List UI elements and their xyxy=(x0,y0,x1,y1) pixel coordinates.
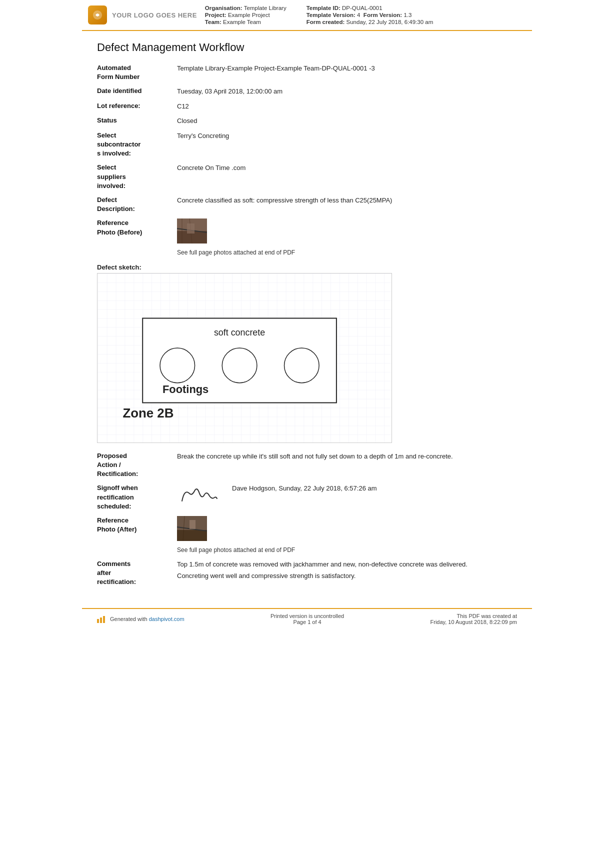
footer-right: This PDF was created at Friday, 10 Augus… xyxy=(430,613,517,625)
svg-point-11 xyxy=(284,348,320,383)
field-label: Proposed Action / Rectification: xyxy=(97,449,177,482)
footer-link[interactable]: dashpivot.com xyxy=(149,616,184,622)
svg-rect-19 xyxy=(97,619,99,623)
svg-text:soft concrete: soft concrete xyxy=(214,328,265,338)
field-value: Closed xyxy=(177,114,517,128)
field-label: Signoff when rectification scheduled: xyxy=(97,481,177,514)
photo-before-image xyxy=(177,218,207,244)
footer-center: Printed version is uncontrolled Page 1 o… xyxy=(270,613,344,625)
header-meta-left: Organisation: Template Library Project: … xyxy=(205,5,286,25)
table-row: Select subcontractor s involved: Terry's… xyxy=(97,128,517,161)
table-row: Reference Photo (After) xyxy=(97,514,517,557)
form-fields-table-2: Proposed Action / Rectification: Break t… xyxy=(97,449,517,589)
svg-text:Zone 2B: Zone 2B xyxy=(122,406,174,420)
logo-text: YOUR LOGO GOES HERE xyxy=(112,12,197,19)
page-content: Defect Management Workflow Automated For… xyxy=(82,31,532,603)
table-row: Proposed Action / Rectification: Break t… xyxy=(97,449,517,482)
footer-right-line1: This PDF was created at xyxy=(430,613,517,619)
org-line: Organisation: Template Library xyxy=(205,5,286,11)
field-label: Select subcontractor s involved: xyxy=(97,128,177,161)
svg-text:Footings: Footings xyxy=(162,382,208,395)
field-label: Select suppliers involved: xyxy=(97,160,177,193)
field-label: Reference Photo (Before) xyxy=(97,216,177,260)
svg-point-10 xyxy=(222,348,257,383)
footer-generated-text: Generated with dashpivot.com xyxy=(110,616,184,622)
page-header: YOUR LOGO GOES HERE Organisation: Templa… xyxy=(82,0,532,31)
sketch-container: soft concrete Footings Zone 2B xyxy=(97,273,392,443)
field-value: Tuesday, 03 April 2018, 12:00:00 am xyxy=(177,84,517,99)
template-version-line: Template Version: 4 Form Version: 1.3 xyxy=(306,12,434,18)
comments-cell: Top 1.5m of concrete was removed with ja… xyxy=(177,557,517,590)
photo-after-thumbnail xyxy=(177,516,207,541)
logo-area: YOUR LOGO GOES HERE xyxy=(88,5,197,25)
page-title: Defect Management Workflow xyxy=(97,41,517,54)
page-footer: Generated with dashpivot.com Printed ver… xyxy=(82,608,532,629)
comments-line-2: Concreting went well and compressive str… xyxy=(177,571,513,581)
footer-left: Generated with dashpivot.com xyxy=(97,615,184,623)
svg-rect-20 xyxy=(100,618,102,623)
svg-point-9 xyxy=(160,348,195,383)
signoff-person: Dave Hodgson, Sunday, 22 July 2018, 6:57… xyxy=(232,484,377,494)
svg-rect-21 xyxy=(103,616,105,623)
field-value: Template Library-Example Project-Example… xyxy=(177,61,517,84)
sketch-label: Defect sketch: xyxy=(97,264,517,271)
header-meta-right: Template ID: DP-QUAL-0001 Template Versi… xyxy=(306,5,434,25)
table-row: Reference Photo (Before) xyxy=(97,216,517,260)
table-row: Defect Description: Concrete classified … xyxy=(97,193,517,216)
field-value: Concrete On Time .com xyxy=(177,160,517,193)
photo-after-caption: See full page photos attached at end of … xyxy=(177,546,513,554)
field-label: Lot reference: xyxy=(97,99,177,114)
field-value: C12 xyxy=(177,99,517,114)
field-label: Automated Form Number xyxy=(97,61,177,84)
project-line: Project: Example Project xyxy=(205,12,286,18)
team-line: Team: Example Team xyxy=(205,19,286,25)
table-row: Status Closed xyxy=(97,114,517,128)
table-row: Select suppliers involved: Concrete On T… xyxy=(97,160,517,193)
form-fields-table: Automated Form Number Template Library-E… xyxy=(97,61,517,260)
field-label: Comments after rectification: xyxy=(97,557,177,590)
photo-before-thumbnail xyxy=(177,218,207,244)
signoff-cell: Dave Hodgson, Sunday, 22 July 2018, 6:57… xyxy=(177,481,517,514)
svg-rect-18 xyxy=(190,520,196,529)
svg-rect-5 xyxy=(187,224,194,234)
footer-center-line1: Printed version is uncontrolled xyxy=(270,613,344,619)
table-row: Date identified Tuesday, 03 April 2018, … xyxy=(97,84,517,99)
photo-before-caption: See full page photos attached at end of … xyxy=(177,248,513,257)
photo-before-cell: See full page photos attached at end of … xyxy=(177,216,517,260)
form-created-line: Form created: Sunday, 22 July 2018, 6:49… xyxy=(306,19,434,25)
field-value: Break the concrete up while it's still s… xyxy=(177,449,517,482)
logo-icon xyxy=(88,6,107,24)
table-row: Automated Form Number Template Library-E… xyxy=(97,61,517,84)
header-meta: Organisation: Template Library Project: … xyxy=(205,5,524,25)
field-value: Terry's Concreting xyxy=(177,128,517,161)
template-id-line: Template ID: DP-QUAL-0001 xyxy=(306,5,434,11)
comments-line-1: Top 1.5m of concrete was removed with ja… xyxy=(177,560,513,570)
table-row: Comments after rectification: Top 1.5m o… xyxy=(97,557,517,590)
sketch-svg: soft concrete Footings Zone 2B xyxy=(98,274,392,442)
signature-image xyxy=(177,484,222,506)
svg-rect-15 xyxy=(177,530,207,541)
field-label: Date identified xyxy=(97,84,177,99)
footer-right-line2: Friday, 10 August 2018, 8:22:09 pm xyxy=(430,619,517,625)
field-label: Status xyxy=(97,114,177,128)
photo-after-cell: See full page photos attached at end of … xyxy=(177,514,517,557)
table-row: Signoff when rectification scheduled: Da… xyxy=(97,481,517,514)
footer-center-line2: Page 1 of 4 xyxy=(270,619,344,625)
table-row: Lot reference: C12 xyxy=(97,99,517,114)
field-label: Defect Description: xyxy=(97,193,177,216)
field-label: Reference Photo (After) xyxy=(97,514,177,557)
footer-logo-icon xyxy=(97,615,107,623)
field-value: Concrete classified as soft: compressive… xyxy=(177,193,517,216)
photo-after-image xyxy=(177,516,207,541)
